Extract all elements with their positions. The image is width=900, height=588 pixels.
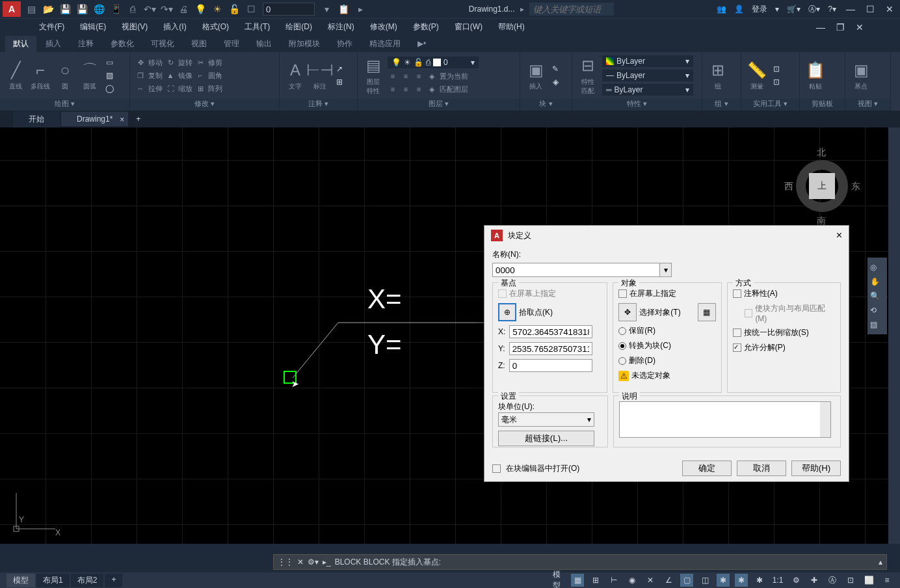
annotative-checkbox[interactable] (733, 289, 741, 298)
status-ratio[interactable]: 1:1 (771, 574, 784, 587)
y-input[interactable] (509, 342, 592, 355)
nav-show-icon[interactable]: ▤ (870, 320, 884, 329)
cancel-button[interactable]: 取消 (737, 461, 786, 476)
name-dropdown-icon[interactable]: ▾ (660, 263, 672, 277)
util-b-icon[interactable]: ⊡ (771, 77, 782, 87)
bulb-icon[interactable]: 💡 (195, 4, 205, 14)
match-props-button[interactable]: ⊟特性匹配 (577, 55, 598, 96)
measure-button[interactable]: 📏测量 (747, 60, 767, 91)
scale-uniform-checkbox[interactable] (733, 328, 741, 337)
panel-label-annotate[interactable]: 注释 ▾ (280, 99, 357, 111)
circle-button[interactable]: ○圆 (55, 60, 75, 91)
block-name-input[interactable] (492, 263, 660, 277)
layer-g-icon[interactable]: ≡ (414, 84, 424, 94)
open-editor-checkbox[interactable] (492, 464, 501, 473)
ribbon-tab-collab[interactable]: 协作 (329, 36, 360, 52)
rect-icon[interactable]: ▭ (104, 57, 114, 68)
status-cloud-icon[interactable]: ⬜ (862, 574, 875, 587)
viewcube-top[interactable]: 上 (809, 173, 835, 199)
panel-label-layers[interactable]: 图层 ▾ (358, 99, 520, 111)
viewcube-n[interactable]: 北 (817, 147, 826, 159)
group-button[interactable]: ⊞组 (708, 60, 728, 91)
layout-add-button[interactable]: + (105, 574, 122, 587)
layer-e-icon[interactable]: ≡ (388, 84, 398, 94)
stretch-icon[interactable]: ↔ (135, 83, 146, 94)
viewcube[interactable]: 上 北 南 东 西 (783, 147, 861, 225)
status-gear-icon[interactable]: ⚙ (789, 574, 802, 587)
nav-wheel-icon[interactable]: ◎ (870, 263, 884, 272)
x-input[interactable] (509, 325, 592, 338)
select-objects-button[interactable]: ✥ (618, 303, 637, 321)
nav-zoom-icon[interactable]: 🔍 (870, 291, 884, 301)
undo-icon[interactable]: ↶▾ (144, 4, 155, 14)
description-scrollbar[interactable] (820, 402, 830, 437)
ok-button[interactable]: 确定 (682, 461, 732, 476)
panel-label-modify[interactable]: 修改 ▾ (130, 99, 279, 111)
delete-radio[interactable] (618, 357, 626, 365)
scale-icon[interactable]: ⛶ (165, 83, 176, 94)
description-textarea[interactable] (619, 401, 831, 438)
dialog-close-button[interactable]: × (836, 230, 842, 241)
convert-radio[interactable] (618, 342, 626, 350)
base-button[interactable]: ▣基点 (851, 60, 871, 91)
lock-icon[interactable]: 🔓 (229, 4, 239, 14)
status-iso2-icon[interactable]: ⊡ (844, 574, 857, 587)
fillet-icon[interactable]: ⌐ (195, 70, 205, 81)
match-layer-button[interactable]: 匹配图层 (440, 85, 468, 94)
menu-window[interactable]: 窗口(W) (448, 20, 489, 34)
nav-pan-icon[interactable]: ✋ (870, 277, 884, 286)
menu-draw[interactable]: 绘图(D) (279, 20, 319, 34)
status-qp-icon[interactable]: ✱ (735, 574, 748, 587)
dimension-button[interactable]: ⊢⊣标注 (310, 60, 330, 91)
menu-parametric[interactable]: 参数(P) (406, 20, 445, 34)
block-edit-icon[interactable]: ✎ (550, 64, 561, 74)
mdi-minimize[interactable]: — (813, 21, 828, 34)
trim-icon[interactable]: ✂ (195, 57, 205, 68)
layer-quick-input[interactable] (263, 3, 315, 16)
help-button[interactable]: 帮助(H) (791, 461, 841, 476)
status-plus-icon[interactable]: ✚ (808, 574, 821, 587)
layer-c-icon[interactable]: ≡ (414, 71, 424, 81)
layout-tab-2[interactable]: 布局2 (71, 574, 104, 587)
maximize-button[interactable]: ☐ (862, 3, 878, 16)
more-icon[interactable]: ▸ (355, 4, 365, 14)
status-snap-icon[interactable]: ⊞ (589, 574, 602, 587)
move-icon[interactable]: ✥ (135, 57, 146, 68)
open-icon[interactable]: 📂 (43, 4, 53, 14)
menu-insert[interactable]: 插入(I) (157, 20, 192, 34)
block-attr-icon[interactable]: ◈ (550, 77, 561, 87)
ribbon-tab-featured[interactable]: 精选应用 (362, 36, 408, 52)
menu-format[interactable]: 格式(O) (196, 20, 235, 34)
array-icon[interactable]: ⊞ (195, 83, 205, 94)
layout-tab-1[interactable]: 布局1 (36, 574, 70, 587)
login-dropdown-icon[interactable]: ▾ (775, 5, 779, 14)
retain-radio[interactable] (618, 327, 626, 335)
menu-edit[interactable]: 编辑(E) (73, 20, 112, 34)
ribbon-tab-manage[interactable]: 管理 (216, 36, 247, 52)
cmd-handle-icon[interactable]: ⋮⋮ (278, 557, 293, 567)
panel-label-view[interactable]: 视图 ▾ (845, 99, 890, 111)
search-input[interactable] (529, 3, 614, 16)
cmd-close-icon[interactable]: ✕ (297, 557, 304, 567)
quick-select-button[interactable]: ▦ (698, 303, 716, 321)
status-ortho-icon[interactable]: ⊢ (607, 574, 620, 587)
dialog-titlebar[interactable]: A 块定义 × (484, 226, 849, 245)
allow-explode-checkbox[interactable] (733, 343, 741, 352)
insert-block-button[interactable]: ▣插入 (525, 60, 546, 91)
status-iso-icon[interactable]: ✕ (644, 574, 657, 587)
status-model[interactable]: 模型 (553, 574, 566, 587)
table-icon[interactable]: ⊞ (334, 77, 345, 87)
status-menu-icon[interactable]: ≡ (880, 574, 893, 587)
arc-button[interactable]: ⌒圆弧 (79, 60, 100, 91)
ribbon-tab-visualize[interactable]: 可视化 (143, 36, 182, 52)
objects-onscreen-checkbox[interactable] (618, 289, 627, 298)
print-icon[interactable]: 🖨 (178, 4, 189, 14)
share-icon[interactable]: 📋 (338, 4, 349, 14)
line-button[interactable]: ╱直线 (5, 60, 26, 91)
menu-file[interactable]: 文件(F) (33, 20, 71, 34)
layer-b-icon[interactable]: ≡ (401, 71, 411, 81)
panel-label-draw[interactable]: 绘图 ▾ (0, 99, 129, 111)
status-polar-icon[interactable]: ◉ (626, 574, 639, 587)
panel-label-block[interactable]: 块 ▾ (520, 99, 572, 111)
ribbon-tab-default[interactable]: 默认 (5, 36, 36, 52)
